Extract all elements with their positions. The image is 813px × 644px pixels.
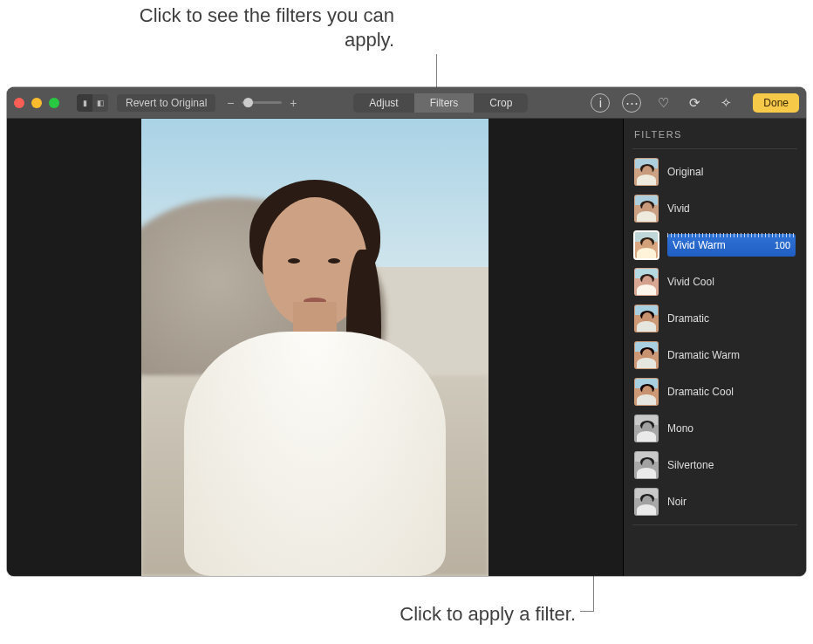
filter-label: Noir [667,496,796,508]
filter-label: Dramatic Warm [667,349,796,361]
filter-intensity-slider[interactable]: Vivid Warm100 [667,234,796,257]
filter-row-vivid[interactable]: Vivid [632,193,797,224]
zoom-knob[interactable] [243,98,253,107]
view-single-icon: ▮ [77,94,92,112]
zoom-out-icon: − [224,96,236,110]
zoom-track[interactable] [242,101,282,104]
filter-row-noir[interactable]: Noir [632,486,797,517]
filter-label: Mono [667,422,796,435]
filter-row-silvertone[interactable]: Silvertone [632,449,797,481]
photo-preview [141,119,488,576]
filter-row-dramatic[interactable]: Dramatic [632,303,797,334]
done-button[interactable]: Done [753,93,799,113]
zoom-slider[interactable]: − + [224,96,299,110]
filter-thumbnail [634,451,659,479]
filter-thumbnail [634,195,659,223]
panel-divider [632,524,797,525]
tab-filters[interactable]: Filters [414,93,475,113]
filter-label: Silvertone [667,459,796,471]
zoom-in-icon: + [287,96,299,110]
callout-filters-tab: Click to see the filters you can apply. [98,3,394,51]
info-icon[interactable]: i [591,93,610,113]
filter-thumbnail [634,231,659,259]
filter-thumbnail [634,268,659,296]
filter-row-mono[interactable]: Mono [632,413,797,444]
filter-row-vivid-cool[interactable]: Vivid Cool [632,266,797,298]
filter-label: Vivid Cool [667,276,796,288]
callout-leader-line [580,611,594,612]
tab-crop[interactable]: Crop [474,93,528,113]
filter-row-original[interactable]: Original [632,156,797,188]
toolbar-right-icons: i ⋯ ♡ ⟳ ✧ Done [591,93,799,113]
callout-filter-row: Click to apply a filter. [340,602,576,627]
filter-row-dramatic-warm[interactable]: Dramatic Warm [632,339,797,371]
filter-label: Dramatic [667,312,796,325]
filters-panel: FILTERS OriginalVividVivid Warm100Vivid … [623,119,806,576]
titlebar: ▮ ◧ Revert to Original − + Adjust Filter… [7,87,806,119]
filter-thumbnail [634,414,659,442]
revert-to-original-button[interactable]: Revert to Original [117,94,215,112]
filter-thumbnail [634,305,659,332]
filter-intensity-value: 100 [775,240,790,250]
tab-adjust[interactable]: Adjust [353,93,413,113]
filter-label: Vivid Warm [673,239,775,251]
rotate-icon[interactable]: ⟳ [685,93,704,113]
filter-thumbnail [634,158,659,186]
photos-edit-window: ▮ ◧ Revert to Original − + Adjust Filter… [7,87,806,576]
filter-label: Vivid [667,202,796,215]
panel-title: FILTERS [632,127,797,149]
filter-thumbnail [634,341,659,369]
edit-mode-segmented-control: Adjust Filters Crop [353,93,528,113]
edit-main-area: FILTERS OriginalVividVivid Warm100Vivid … [7,119,806,576]
view-split-icon: ◧ [92,94,108,112]
filter-thumbnail [634,378,659,406]
window-controls [14,98,59,108]
filter-label: Dramatic Cool [667,386,796,398]
photo-canvas[interactable] [7,119,623,576]
favorite-heart-icon[interactable]: ♡ [653,93,673,113]
zoom-window-button[interactable] [49,98,59,108]
filters-list: OriginalVividVivid Warm100Vivid CoolDram… [632,156,797,517]
view-split-toggle[interactable]: ▮ ◧ [77,94,108,112]
filter-thumbnail [634,488,659,516]
filter-row-dramatic-cool[interactable]: Dramatic Cool [632,376,797,408]
filter-label: Original [667,166,796,178]
close-window-button[interactable] [14,98,24,108]
callout-leader-line [436,54,437,89]
minimize-window-button[interactable] [31,98,42,108]
auto-enhance-icon[interactable]: ✧ [716,93,735,113]
more-icon[interactable]: ⋯ [622,93,641,113]
filter-row-vivid-warm[interactable]: Vivid Warm100 [632,230,797,261]
